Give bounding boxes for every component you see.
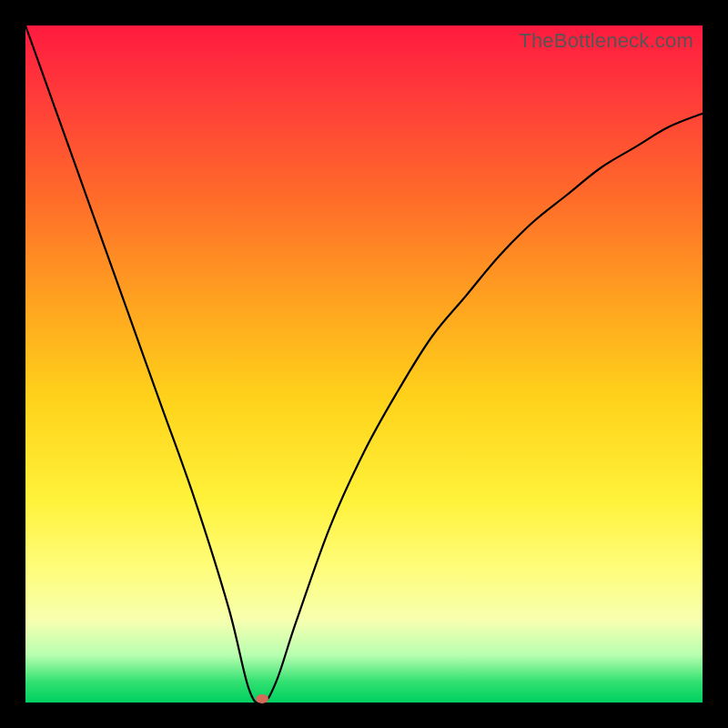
- chart-frame: TheBottleneck.com: [0, 0, 728, 728]
- bottleneck-curve-path: [25, 25, 703, 703]
- plot-area: TheBottleneck.com: [25, 25, 703, 703]
- curve-svg: [25, 25, 703, 703]
- minimum-marker: [256, 694, 268, 703]
